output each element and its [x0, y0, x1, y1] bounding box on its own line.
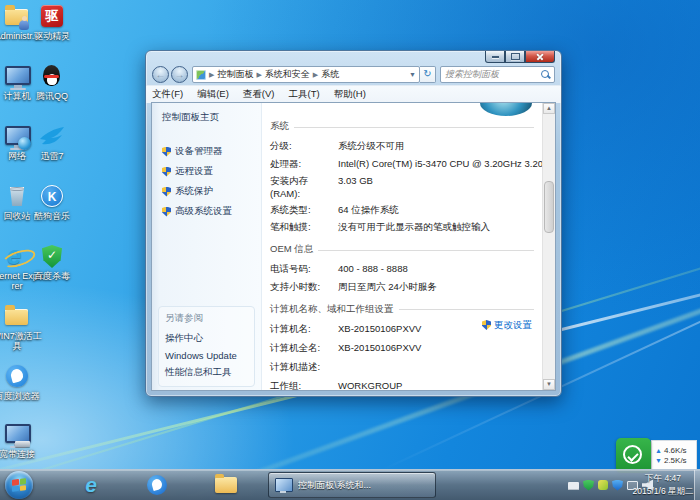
menu-view[interactable]: 查看(V) [243, 88, 275, 101]
back-icon: ← [156, 69, 166, 80]
desktop-icon-baidu-antivirus[interactable]: ✓ 百度杀毒 [24, 243, 80, 281]
tray-message-icon[interactable] [568, 482, 579, 490]
system-control-panel-window: ← → ▶ 控制面板 ▶ 系统和安全 ▶ 系统 ▼ ↻ 搜索控制面板 文件(F)… [145, 50, 562, 397]
uac-shield-icon [162, 207, 171, 217]
desktop-icon-broadband[interactable]: 宽带连接 [0, 421, 45, 459]
sidebar-item-advanced-settings[interactable]: 高级系统设置 [152, 198, 261, 218]
menu-tools[interactable]: 工具(T) [288, 88, 319, 101]
forward-icon: → [175, 69, 185, 80]
vertical-scrollbar[interactable]: ▲ ▼ [542, 103, 555, 390]
section-header-oem: OEM 信息 [270, 243, 534, 256]
icon-label: 酷狗音乐 [24, 211, 80, 221]
sidebar-item-label: 系统保护 [175, 185, 213, 198]
back-button[interactable]: ← [152, 66, 169, 83]
menu-help[interactable]: 帮助(H) [334, 88, 366, 101]
info-row-phone: 电话号码: 400 - 888 - 8888 [270, 263, 534, 276]
menu-edit[interactable]: 编辑(E) [197, 88, 229, 101]
uac-shield-icon [162, 147, 171, 157]
maximize-button[interactable] [505, 51, 525, 63]
taskbar-ie-button[interactable]: e [79, 473, 103, 497]
close-button[interactable] [525, 51, 555, 63]
qu-glyph: 驱 [41, 5, 63, 27]
window-titlebar[interactable] [146, 51, 561, 64]
net-speed-widget[interactable]: ▲4.6K/s ▼2.5K/s [616, 438, 697, 473]
minimize-button[interactable] [485, 51, 505, 63]
desktop-icon-baidu-browser[interactable]: 百度浏览器 [0, 363, 45, 401]
sidebar-item-label: 设备管理器 [175, 145, 223, 158]
section-header-computer-name: 计算机名称、域和工作组设置 [270, 303, 534, 316]
clock-time: 下午 4:47 [632, 472, 694, 485]
desktop-wallpaper: Administr... 计算机 网络 回收站 e Internet Explo… [0, 0, 700, 500]
start-button[interactable] [5, 471, 33, 499]
section-title: 系统 [270, 120, 289, 133]
menu-file[interactable]: 文件(F) [152, 88, 183, 101]
ie-icon: e [85, 473, 97, 497]
driver-genie-icon: 驱 [38, 3, 66, 30]
folder-icon [215, 477, 237, 493]
info-row-support-hours: 支持小时数: 周日至周六 24小时服务 [270, 281, 534, 294]
tray-driver-genie-icon[interactable] [598, 480, 608, 490]
tray-clock[interactable]: 下午 4:47 2015/1/6 星期二 [632, 472, 694, 498]
show-desktop-button[interactable] [694, 470, 700, 500]
desktop-icon-kugou[interactable]: K 酷狗音乐 [24, 183, 80, 221]
check-glyph: ✓ [42, 245, 62, 268]
baidu-browser-icon [3, 363, 31, 390]
address-breadcrumb-bar[interactable]: ▶ 控制面板 ▶ 系统和安全 ▶ 系统 ▼ [192, 66, 420, 83]
sidebar-item-device-manager[interactable]: 设备管理器 [152, 138, 261, 158]
minimize-icon [492, 56, 499, 58]
search-box[interactable]: 搜索控制面板 [440, 66, 555, 83]
change-settings-link[interactable]: 更改设置 [482, 319, 532, 332]
net-speed-panel: ▲4.6K/s ▼2.5K/s [651, 440, 697, 471]
section-header-system: 系统 [270, 120, 534, 133]
upload-speed: 4.6K/s [664, 446, 687, 455]
desktop-icon-qq[interactable]: 腾讯QQ [24, 63, 80, 101]
breadcrumb-arrow-icon: ▶ [311, 71, 320, 79]
task-label: 控制面板\系统和... [298, 479, 371, 492]
baidu-browser-icon [147, 475, 167, 495]
sidebar-item-performance[interactable]: 性能信息和工具 [159, 361, 254, 379]
close-icon [536, 53, 544, 61]
control-panel-icon [196, 70, 206, 80]
uac-shield-icon [162, 167, 171, 177]
scroll-down-arrow[interactable]: ▼ [543, 379, 555, 390]
sidebar-item-home[interactable]: 控制面板主页 [152, 103, 261, 124]
upload-arrow-icon: ▲ [655, 447, 662, 454]
scrollbar-thumb[interactable] [544, 181, 554, 233]
section-computer-name: 计算机名称、域和工作组设置 更改设置 计算机名: XB-20150106PXVV… [270, 303, 534, 391]
refresh-button[interactable]: ↻ [420, 66, 436, 83]
sidebar-item-action-center[interactable]: 操作中心 [159, 327, 254, 345]
menu-bar: 文件(F) 编辑(E) 查看(V) 工具(T) 帮助(H) [146, 85, 561, 103]
icon-label: WIN7激活工具 [0, 331, 45, 351]
taskbar-explorer-button[interactable] [214, 473, 238, 497]
qq-penguin-icon [38, 63, 66, 90]
icon-label: 宽带连接 [0, 449, 45, 459]
breadcrumb-system[interactable]: 系统 [321, 68, 339, 81]
breadcrumb-control-panel[interactable]: 控制面板 [217, 68, 253, 81]
desktop-icon-win7-tool[interactable]: WIN7激活工具 [0, 303, 45, 351]
scroll-up-arrow[interactable]: ▲ [543, 103, 555, 114]
breadcrumb-system-security[interactable]: 系统和安全 [265, 68, 310, 81]
taskbar-active-task-control-panel[interactable]: 控制面板\系统和... [268, 472, 436, 498]
section-title: OEM 信息 [270, 243, 313, 256]
forward-button[interactable]: → [171, 66, 188, 83]
navigation-bar: ← → ▶ 控制面板 ▶ 系统和安全 ▶ 系统 ▼ ↻ 搜索控制面板 [146, 64, 561, 85]
main-content: 系统 分级: 系统分级不可用 处理器: Intel(R) Core(TM) i5… [262, 103, 542, 390]
xunlei-bird-icon [38, 123, 66, 150]
windows-flag-icon [12, 478, 26, 491]
info-row-system-type: 系统类型: 64 位操作系统 [270, 204, 534, 217]
tray-blue-shield-icon[interactable] [612, 480, 623, 491]
rating-link[interactable]: 系统分级不可用 [338, 140, 405, 153]
tray-green-shield-icon[interactable] [583, 480, 594, 491]
sidebar-item-system-protection[interactable]: 系统保护 [152, 178, 261, 198]
info-row-full-name: 计算机全名: XB-20150106PXVV [270, 342, 534, 355]
desktop-icon-qudongjingling[interactable]: 驱 驱动精灵 [24, 3, 80, 41]
sidebar-item-remote-settings[interactable]: 远程设置 [152, 158, 261, 178]
icon-label: 腾讯QQ [24, 91, 80, 101]
security-check-ball-icon[interactable] [616, 438, 651, 473]
sidebar-item-windows-update[interactable]: Windows Update [159, 345, 254, 361]
info-row-description: 计算机描述: [270, 361, 534, 374]
taskbar-baidu-browser-button[interactable] [145, 473, 169, 497]
desktop-icon-xunlei[interactable]: 迅雷7 [24, 123, 80, 161]
address-dropdown-icon[interactable]: ▼ [409, 71, 417, 78]
broadband-connection-icon [3, 421, 31, 448]
